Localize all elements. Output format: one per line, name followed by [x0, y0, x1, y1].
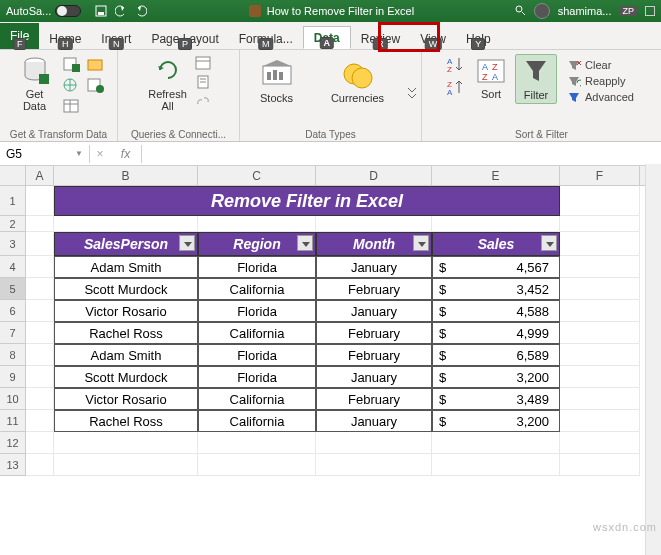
cell[interactable]	[198, 454, 316, 476]
cell-person[interactable]: Scott Murdock	[54, 366, 198, 388]
tab-file[interactable]: FileF	[0, 23, 39, 49]
row-header[interactable]: 2	[0, 216, 26, 232]
col-header-c[interactable]: C	[198, 166, 316, 185]
from-table-icon[interactable]	[62, 98, 80, 117]
cell[interactable]	[26, 388, 54, 410]
cell[interactable]	[316, 432, 432, 454]
cell[interactable]	[560, 410, 640, 432]
recent-sources-icon[interactable]	[86, 56, 104, 75]
col-header-b[interactable]: B	[54, 166, 198, 185]
filter-dropdown-icon[interactable]	[297, 235, 313, 251]
chevron-down-icon[interactable]	[407, 78, 417, 107]
cell-region[interactable]: California	[198, 278, 316, 300]
sort-button[interactable]: AZZA Sort	[471, 54, 511, 102]
cell[interactable]	[560, 344, 640, 366]
undo-icon[interactable]	[115, 5, 127, 17]
cell[interactable]	[560, 322, 640, 344]
row-header[interactable]: 4	[0, 256, 26, 278]
cell-region[interactable]: California	[198, 410, 316, 432]
col-header-d[interactable]: D	[316, 166, 432, 185]
cell-month[interactable]: January	[316, 300, 432, 322]
cell[interactable]	[432, 216, 560, 232]
cell-region[interactable]: Florida	[198, 256, 316, 278]
row-header[interactable]: 8	[0, 344, 26, 366]
header-month[interactable]: Month	[316, 232, 432, 256]
col-header-e[interactable]: E	[432, 166, 560, 185]
sort-asc-icon[interactable]: AZ	[445, 56, 465, 77]
row-header[interactable]: 3	[0, 232, 26, 256]
header-sales[interactable]: Sales	[432, 232, 560, 256]
tab-insert[interactable]: InsertN	[91, 28, 141, 49]
advanced-button[interactable]: Advanced	[563, 90, 638, 104]
cell[interactable]	[54, 216, 198, 232]
cell-month[interactable]: February	[316, 344, 432, 366]
cell[interactable]	[54, 454, 198, 476]
get-data-button[interactable]: Get Data	[12, 54, 58, 114]
cell-sales[interactable]: $3,200	[432, 366, 560, 388]
cell[interactable]	[26, 366, 54, 388]
cell-month[interactable]: January	[316, 366, 432, 388]
cell-person[interactable]: Adam Smith	[54, 256, 198, 278]
cell[interactable]	[560, 256, 640, 278]
cell[interactable]	[560, 300, 640, 322]
row-header[interactable]: 12	[0, 432, 26, 454]
tab-formulas[interactable]: Formula...M	[229, 28, 303, 49]
name-box[interactable]: G5▼	[0, 145, 90, 163]
redo-icon[interactable]	[135, 5, 147, 17]
properties-icon[interactable]	[195, 75, 211, 92]
clear-button[interactable]: Clear	[563, 58, 638, 72]
cell[interactable]	[26, 322, 54, 344]
row-header[interactable]: 11	[0, 410, 26, 432]
filter-dropdown-icon[interactable]	[541, 235, 557, 251]
existing-connections-icon[interactable]	[86, 77, 104, 96]
row-header[interactable]: 5	[0, 278, 26, 300]
tab-home[interactable]: HomeH	[39, 28, 91, 49]
from-web-icon[interactable]	[62, 77, 80, 96]
cell-month[interactable]: January	[316, 256, 432, 278]
cell-month[interactable]: February	[316, 278, 432, 300]
row-header[interactable]: 1	[0, 186, 26, 216]
reapply-button[interactable]: Reapply	[563, 74, 638, 88]
cell[interactable]	[26, 410, 54, 432]
cell[interactable]	[26, 186, 54, 216]
cell-month[interactable]: February	[316, 388, 432, 410]
cell[interactable]	[432, 432, 560, 454]
cell-month[interactable]: February	[316, 322, 432, 344]
cell-region[interactable]: Florida	[198, 344, 316, 366]
cell[interactable]	[560, 186, 640, 216]
row-header[interactable]: 9	[0, 366, 26, 388]
cell-person[interactable]: Rachel Ross	[54, 322, 198, 344]
cell[interactable]	[560, 232, 640, 256]
refresh-all-button[interactable]: Refresh All	[145, 54, 191, 114]
row-header[interactable]: 6	[0, 300, 26, 322]
col-header-a[interactable]: A	[26, 166, 54, 185]
cell-person[interactable]: Scott Murdock	[54, 278, 198, 300]
cell[interactable]	[316, 216, 432, 232]
banner-title[interactable]: Remove Filter in Excel	[54, 186, 560, 216]
cell[interactable]	[26, 216, 54, 232]
cell[interactable]	[198, 432, 316, 454]
cell-sales[interactable]: $4,567	[432, 256, 560, 278]
cell[interactable]	[26, 300, 54, 322]
vertical-scrollbar[interactable]	[645, 164, 661, 555]
tab-data[interactable]: DataA	[303, 26, 351, 49]
cell[interactable]	[26, 344, 54, 366]
tab-help[interactable]: HelpY	[456, 28, 501, 49]
tab-page-layout[interactable]: Page LayoutP	[141, 28, 228, 49]
select-all-corner[interactable]	[0, 166, 26, 185]
cell[interactable]	[560, 454, 640, 476]
cell-region[interactable]: California	[198, 322, 316, 344]
user-name[interactable]: shamima...	[558, 5, 612, 17]
cell[interactable]	[26, 232, 54, 256]
cell[interactable]	[432, 454, 560, 476]
cancel-icon[interactable]: ×	[90, 147, 110, 161]
cell-region[interactable]: Florida	[198, 300, 316, 322]
cell-month[interactable]: January	[316, 410, 432, 432]
toggle-off-icon[interactable]	[55, 5, 81, 17]
cell-region[interactable]: Florida	[198, 366, 316, 388]
autosave-toggle[interactable]: AutoSa...	[0, 5, 87, 17]
fx-icon[interactable]: fx	[110, 145, 142, 163]
cell-sales[interactable]: $3,489	[432, 388, 560, 410]
queries-icon[interactable]	[195, 56, 211, 73]
cell[interactable]	[26, 432, 54, 454]
